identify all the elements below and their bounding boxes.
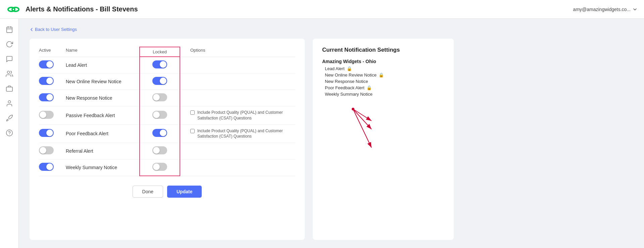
- col-options-passive-feedback-alert: Include Product Quality (PQUAL) and Cust…: [180, 106, 295, 125]
- active-toggle-lead-alert[interactable]: [39, 60, 54, 68]
- locked-toggle-poor-feedback-alert[interactable]: [152, 129, 167, 137]
- sidebar-item-briefcase[interactable]: [3, 82, 16, 95]
- lock-icon: 🔒: [366, 85, 372, 90]
- notification-label: Poor Feedback Alert: [325, 85, 364, 90]
- alert-name-passive-feedback-alert: Passive Feedback Alert: [66, 106, 140, 125]
- svg-point-9: [6, 130, 12, 136]
- alert-name-weekly-summary-notice: Weekly Summary Notice: [66, 159, 140, 176]
- right-panel-title: Current Notification Settings: [322, 47, 444, 53]
- notification-label: New Online Review Notice: [325, 72, 377, 78]
- sidebar-item-refresh[interactable]: [3, 38, 16, 51]
- col-header-active: Active: [39, 47, 66, 57]
- option-checkbox[interactable]: [190, 129, 195, 133]
- col-active-lead-alert: [39, 57, 66, 73]
- back-link-label: Back to User Settings: [35, 27, 77, 32]
- user-menu[interactable]: amy@amazingwidgets.co...: [573, 7, 637, 12]
- notification-label: Weekly Summary Notice: [325, 92, 373, 97]
- locked-toggle-referral-alert[interactable]: [152, 146, 167, 154]
- col-locked-new-online-review-notice: [140, 73, 180, 90]
- notification-item: Weekly Summary Notice: [322, 92, 444, 97]
- right-panel: Current Notification Settings Amazing Wi…: [313, 39, 454, 240]
- back-link[interactable]: Back to User Settings: [30, 27, 633, 32]
- chevron-down-icon: [633, 7, 637, 12]
- svg-point-6: [7, 71, 9, 73]
- notification-item: Poor Feedback Alert🔒: [322, 85, 444, 90]
- col-locked-poor-feedback-alert: [140, 125, 180, 143]
- svg-line-14: [353, 109, 371, 148]
- chevron-left-icon: [30, 28, 34, 32]
- table-row: Lead Alert: [39, 57, 295, 73]
- alert-name-lead-alert: Lead Alert: [66, 57, 140, 73]
- col-options-new-online-review-notice: [180, 73, 295, 90]
- left-panel: Active Name Locked Options: [30, 39, 305, 240]
- col-active-weekly-summary-notice: [39, 159, 66, 176]
- active-toggle-weekly-summary-notice[interactable]: [39, 163, 54, 171]
- active-toggle-passive-feedback-alert[interactable]: [39, 111, 54, 119]
- locked-toggle-lead-alert[interactable]: [152, 60, 167, 68]
- org-name: Amazing Widgets - Ohio: [322, 59, 444, 64]
- svg-point-15: [352, 108, 354, 110]
- locked-toggle-weekly-summary-notice[interactable]: [152, 163, 167, 171]
- col-active-new-response-notice: [39, 90, 66, 106]
- sidebar: [0, 19, 19, 248]
- locked-toggle-new-response-notice[interactable]: [152, 93, 167, 101]
- option-checkbox[interactable]: [190, 110, 195, 115]
- col-locked-weekly-summary-notice: [140, 159, 180, 176]
- sidebar-item-calendar[interactable]: [3, 23, 16, 36]
- alert-name-poor-feedback-alert: Poor Feedback Alert: [66, 125, 140, 143]
- alert-name-new-online-review-notice: New Online Review Notice: [66, 73, 140, 90]
- notification-label: New Response Notice: [325, 79, 368, 84]
- col-options-weekly-summary-notice: [180, 159, 295, 176]
- active-toggle-new-response-notice[interactable]: [39, 93, 54, 101]
- option-label: Include Product Quality (PQUAL) and Cust…: [197, 128, 295, 140]
- sidebar-item-rocket[interactable]: [3, 111, 16, 125]
- svg-rect-2: [6, 27, 12, 33]
- update-button[interactable]: Update: [167, 186, 202, 198]
- user-email: amy@amazingwidgets.co...: [573, 7, 631, 12]
- col-locked-lead-alert: [140, 57, 180, 73]
- sidebar-item-person[interactable]: [3, 97, 16, 110]
- col-header-name: Name: [66, 47, 140, 57]
- active-toggle-new-online-review-notice[interactable]: [39, 77, 54, 85]
- option-row: Include Product Quality (PQUAL) and Cust…: [190, 110, 295, 121]
- col-active-passive-feedback-alert: [39, 106, 66, 125]
- alert-name-referral-alert: Referral Alert: [66, 143, 140, 159]
- main-content: Back to User Settings Active Name: [19, 19, 644, 248]
- col-options-new-response-notice: [180, 90, 295, 106]
- option-label: Include Product Quality (PQUAL) and Cust…: [197, 110, 295, 121]
- svg-point-8: [8, 101, 10, 103]
- col-active-new-online-review-notice: [39, 73, 66, 90]
- table-row: New Online Review Notice: [39, 73, 295, 90]
- lock-icon: 🔒: [347, 66, 352, 71]
- locked-toggle-passive-feedback-alert[interactable]: [152, 111, 167, 119]
- col-active-poor-feedback-alert: [39, 125, 66, 143]
- col-active-referral-alert: [39, 143, 66, 159]
- svg-line-13: [353, 109, 371, 129]
- col-options-referral-alert: [180, 143, 295, 159]
- col-locked-referral-alert: [140, 143, 180, 159]
- app-body: Back to User Settings Active Name: [0, 19, 644, 248]
- col-options-lead-alert: [180, 57, 295, 73]
- col-locked-new-response-notice: [140, 90, 180, 106]
- table-row: Poor Feedback AlertInclude Product Quali…: [39, 125, 295, 143]
- active-toggle-poor-feedback-alert[interactable]: [39, 129, 54, 137]
- col-header-options: Options: [180, 47, 295, 57]
- done-button[interactable]: Done: [133, 186, 163, 198]
- locked-toggle-new-online-review-notice[interactable]: [152, 77, 167, 85]
- header-left: Alerts & Notifications - Bill Stevens: [7, 3, 138, 16]
- col-header-locked: Locked: [140, 47, 180, 57]
- header: Alerts & Notifications - Bill Stevens am…: [0, 0, 644, 19]
- action-row: Done Update: [39, 186, 295, 198]
- alerts-table: Active Name Locked Options: [39, 47, 295, 176]
- notification-item: Lead Alert🔒: [322, 66, 444, 71]
- active-toggle-referral-alert[interactable]: [39, 146, 54, 154]
- svg-rect-7: [6, 87, 12, 91]
- sidebar-item-team[interactable]: [3, 67, 16, 81]
- notification-label: Lead Alert: [325, 66, 345, 71]
- sidebar-item-help[interactable]: [3, 126, 16, 140]
- table-row: New Response Notice: [39, 90, 295, 106]
- table-row: Referral Alert: [39, 143, 295, 159]
- sidebar-item-chat[interactable]: [3, 52, 16, 66]
- notification-list: Lead Alert🔒New Online Review Notice🔒New …: [322, 66, 444, 97]
- page-title: Alerts & Notifications - Bill Stevens: [26, 5, 138, 13]
